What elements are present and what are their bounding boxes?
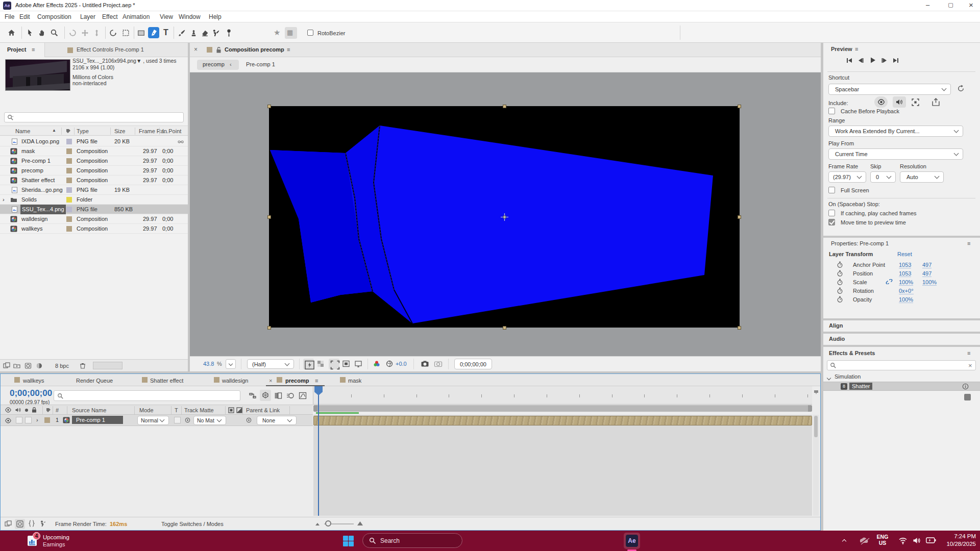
timeline-search-input[interactable]	[54, 390, 240, 401]
anchor-y-value[interactable]: 497	[922, 262, 932, 268]
comp-timecode-box[interactable]: 0;00;00;00	[454, 359, 492, 369]
preview-title[interactable]: Preview	[831, 46, 852, 52]
if-caching-checkbox[interactable]	[828, 210, 835, 216]
project-row[interactable]: walldesign Composition29.970;00	[0, 214, 188, 224]
stopwatch-icon[interactable]	[837, 287, 843, 294]
breadcrumb-current[interactable]: Pre-comp 1	[246, 61, 275, 67]
toggle-switches-modes-button[interactable]: Toggle Switches / Modes	[161, 521, 224, 527]
comp-mini-icon[interactable]	[15, 519, 25, 529]
properties-title[interactable]: Properties: Pre-comp 1	[831, 240, 889, 246]
project-search-input[interactable]	[4, 112, 184, 122]
go-to-end-icon[interactable]	[892, 57, 899, 64]
bit-depth-label[interactable]: 8 bpc	[55, 363, 69, 369]
footage-info-name[interactable]: SSU_Tex..._2106x994.png▼ , used 3 times	[72, 58, 177, 64]
position-x-value[interactable]: 1053	[899, 270, 911, 277]
time-ruler[interactable]	[313, 386, 812, 405]
clone-stamp-tool-icon[interactable]	[189, 29, 198, 37]
full-screen-checkbox[interactable]	[828, 187, 835, 193]
exposure-value[interactable]: +0.0	[396, 361, 407, 367]
stopwatch-icon[interactable]	[837, 270, 843, 277]
puppet-pin-tool-icon[interactable]	[225, 29, 233, 37]
column-in-point[interactable]: In Point	[162, 128, 181, 134]
column-source-name[interactable]: Source Name	[72, 407, 106, 413]
layer-row[interactable]: › 1 Pre-comp 1 Normal No Mat None	[1, 415, 313, 426]
onedrive-paused-icon[interactable]	[859, 537, 870, 545]
align-panel-header[interactable]: Align	[823, 320, 980, 332]
battery-icon[interactable]	[926, 537, 936, 543]
comp-tab-close-icon[interactable]: ×	[194, 46, 198, 53]
menu-effect[interactable]: Effect	[102, 13, 117, 20]
scale-x-value[interactable]: 100%	[899, 279, 913, 286]
expand-chevron-icon[interactable]: ›	[3, 195, 5, 205]
preview-menu-icon[interactable]: ≡	[855, 46, 858, 52]
menu-window[interactable]: Window	[179, 13, 201, 20]
work-area-start-handle[interactable]	[313, 405, 317, 412]
selection-handle[interactable]	[738, 105, 741, 108]
layer-name[interactable]: Pre-comp 1	[72, 416, 123, 424]
timeline-tab-mask[interactable]: mask	[348, 375, 361, 386]
text-tool-icon[interactable]: T	[163, 28, 168, 37]
layer-duration-bar[interactable]	[313, 416, 812, 425]
comp-marker-bin-icon[interactable]	[813, 389, 819, 395]
expand-properties-icon[interactable]	[28, 520, 35, 527]
unlocked-icon[interactable]	[215, 46, 222, 54]
home-tool-icon[interactable]	[7, 29, 16, 37]
include-export-icon[interactable]	[932, 98, 940, 107]
selection-handle[interactable]	[738, 215, 741, 219]
play-from-dropdown[interactable]: Current Time	[828, 148, 963, 160]
project-row-selected[interactable]: SSU_Tex...4.png PNG file850 KB	[0, 205, 188, 214]
clear-search-icon[interactable]: ×	[968, 362, 972, 369]
zoom-dropdown-button[interactable]	[226, 359, 236, 369]
tab-project[interactable]: Project ≡	[0, 43, 45, 57]
menu-file[interactable]: File	[5, 13, 14, 20]
timeline-tab-precomp[interactable]: precomp	[285, 375, 309, 386]
position-y-value[interactable]: 497	[922, 270, 932, 277]
work-area-end-handle[interactable]	[808, 405, 812, 412]
maximize-button[interactable]: ▢	[939, 2, 962, 8]
rectangle-tool-icon[interactable]	[137, 29, 145, 37]
project-row[interactable]: IXDA Logo.png PNG file20 KB	[0, 137, 188, 146]
comp-canvas[interactable]	[269, 106, 740, 328]
anchor-x-value[interactable]: 1053	[899, 262, 911, 268]
go-to-start-icon[interactable]	[846, 57, 853, 64]
layer-audio-toggle[interactable]	[16, 417, 22, 423]
cache-before-playback-checkbox[interactable]	[828, 108, 835, 114]
dolly-camera-tool-icon[interactable]	[92, 29, 101, 37]
language-indicator[interactable]: ENGUS	[875, 534, 890, 546]
zoom-in-mountain-icon[interactable]	[357, 521, 363, 526]
work-area-bar[interactable]	[313, 405, 812, 412]
parent-link-dropdown[interactable]: None	[257, 416, 297, 425]
rotation-value[interactable]: 0x+0°	[899, 288, 914, 294]
selection-handle[interactable]	[738, 326, 741, 330]
project-row[interactable]: precomp Composition29.970;00	[0, 166, 188, 176]
start-button[interactable]	[342, 535, 354, 547]
wifi-icon[interactable]	[898, 537, 908, 544]
clock-date[interactable]: 10/28/2025	[940, 541, 976, 547]
roto-brush-tool-icon[interactable]	[212, 29, 220, 37]
include-overlays-icon[interactable]	[911, 98, 920, 107]
range-dropdown[interactable]: Work Area Extended By Current...	[828, 126, 963, 137]
audio-panel-header[interactable]: Audio	[823, 334, 980, 345]
fast-preview-icon[interactable]	[303, 359, 314, 369]
exposure-icon[interactable]	[385, 360, 394, 368]
include-audio-icon[interactable]	[893, 96, 906, 108]
frame-blending-icon[interactable]	[274, 392, 282, 399]
channel-icon[interactable]	[373, 360, 381, 368]
widgets-button[interactable]: 4 Upcoming Earnings	[24, 534, 96, 549]
menu-layer[interactable]: Layer	[80, 13, 95, 20]
reset-button[interactable]: Reset	[897, 251, 912, 257]
selection-tool-icon[interactable]	[26, 29, 34, 37]
info-icon[interactable]	[962, 383, 969, 390]
label-column-icon[interactable]	[65, 128, 71, 134]
comp-tab-label[interactable]: Composition precomp	[225, 46, 284, 53]
after-effects-taskbar-button[interactable]: Ae	[624, 533, 640, 549]
sort-ascending-icon[interactable]: ▲	[52, 128, 56, 133]
motion-blur-icon[interactable]	[286, 392, 295, 399]
project-row[interactable]: Sherida...go.png PNG file19 KB	[0, 185, 188, 195]
menu-composition[interactable]: Composition	[37, 13, 71, 20]
show-snapshot-icon[interactable]	[434, 360, 443, 368]
timeline-timecode[interactable]: 0;00;00;00	[10, 388, 52, 398]
layer-solo-toggle[interactable]	[25, 417, 32, 423]
selection-handle[interactable]	[267, 105, 271, 108]
project-row[interactable]: Shatter effect Composition29.970;00	[0, 176, 188, 185]
